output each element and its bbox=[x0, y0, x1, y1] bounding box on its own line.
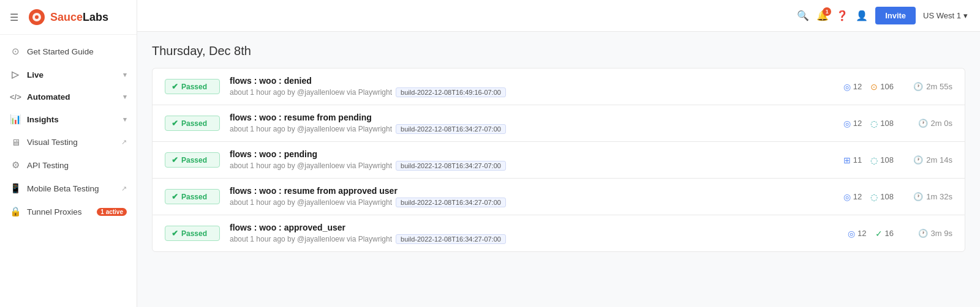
stat-tests: ◌ 108 bbox=[870, 192, 894, 202]
test-name: flows : woo : resume from pending bbox=[230, 113, 834, 122]
sidebar-item-automated[interactable]: </> Automated ▾ bbox=[0, 86, 137, 108]
invite-button[interactable]: Invite bbox=[875, 7, 916, 24]
test-row[interactable]: ✔ Passed flows : woo : approved_user abo… bbox=[152, 215, 965, 252]
sidebar-item-label: Automated bbox=[27, 92, 70, 102]
sidebar-item-get-started[interactable]: ⊙ Get Started Guide bbox=[0, 40, 137, 63]
sidebar-item-label: Insights bbox=[27, 115, 59, 124]
build-tag: build-2022-12-08T16:34:27-07:00 bbox=[396, 161, 506, 171]
sidebar-item-tunnel-proxies[interactable]: 🔒 Tunnel Proxies 1 active bbox=[0, 200, 137, 223]
visual-testing-icon: 🖥 bbox=[10, 137, 21, 147]
browser-count: 12 bbox=[853, 192, 862, 201]
test-name: flows : woo : denied bbox=[230, 76, 834, 86]
saucelabs-logo-icon bbox=[28, 9, 45, 26]
status-badge: ✔ Passed bbox=[165, 79, 220, 94]
main-content: Thursday, Dec 8th ✔ Passed flows : woo :… bbox=[137, 32, 980, 307]
browser-count: 12 bbox=[853, 119, 862, 128]
sidebar-item-insights[interactable]: 📊 Insights ▾ bbox=[0, 108, 137, 131]
test-meta: about 1 hour ago by @jayallenloew via Pl… bbox=[230, 87, 834, 97]
search-icon[interactable]: 🔍 bbox=[797, 10, 809, 21]
duration-value: 2m 0s bbox=[931, 119, 952, 128]
test-time-author: about 1 hour ago by @jayallenloew via Pl… bbox=[230, 88, 392, 97]
stat-browsers: ◎ 12 bbox=[843, 119, 862, 128]
status-badge: ✔ Passed bbox=[165, 189, 220, 204]
test-meta: about 1 hour ago by @jayallenloew via Pl… bbox=[230, 198, 834, 207]
sidebar-item-visual-testing[interactable]: 🖥 Visual Testing ↗ bbox=[0, 131, 137, 154]
test-stats: ◎ 12 ✓ 16 bbox=[848, 229, 894, 239]
test-count: 108 bbox=[880, 192, 894, 201]
browser-icon: ◎ bbox=[843, 192, 851, 202]
test-list: ✔ Passed flows : woo : denied about 1 ho… bbox=[152, 68, 965, 252]
browser-count: 12 bbox=[858, 229, 866, 238]
get-started-icon: ⊙ bbox=[10, 46, 21, 57]
automated-icon: </> bbox=[10, 92, 21, 102]
region-selector[interactable]: US West 1 ▾ bbox=[923, 11, 968, 20]
test-info: flows : woo : pending about 1 hour ago b… bbox=[230, 149, 834, 171]
duration-value: 2m 55s bbox=[926, 82, 952, 91]
stat-tests: ◌ 108 bbox=[870, 155, 894, 165]
test-duration: 🕐 1m 32s bbox=[903, 192, 952, 201]
tunnel-proxies-icon: 🔒 bbox=[10, 206, 21, 217]
sidebar-item-label: Mobile Beta Testing bbox=[27, 184, 99, 193]
test-meta: about 1 hour ago by @jayallenloew via Pl… bbox=[230, 161, 834, 171]
sidebar-item-label: Get Started Guide bbox=[27, 47, 94, 56]
status-badge: ✔ Passed bbox=[165, 226, 220, 241]
status-label: Passed bbox=[181, 83, 207, 91]
sidebar-item-label: Tunnel Proxies bbox=[27, 207, 82, 216]
stat-browsers: ◎ 12 bbox=[843, 82, 862, 92]
help-icon[interactable]: ❓ bbox=[836, 10, 848, 21]
check-icon: ✔ bbox=[172, 119, 178, 128]
test-row[interactable]: ✔ Passed flows : woo : resume from pendi… bbox=[152, 105, 965, 141]
mobile-beta-icon: 📱 bbox=[10, 183, 21, 194]
chevron-down-icon: ▾ bbox=[963, 11, 968, 20]
test-count-icon: ✓ bbox=[875, 229, 883, 239]
region-label: US West 1 bbox=[923, 11, 961, 20]
stat-tests: ⊙ 106 bbox=[870, 82, 894, 92]
sidebar-item-label: API Testing bbox=[27, 161, 69, 170]
test-time-author: about 1 hour ago by @jayallenloew via Pl… bbox=[230, 161, 392, 170]
stat-browsers: ⊞ 11 bbox=[843, 155, 862, 165]
duration-value: 1m 32s bbox=[926, 192, 952, 201]
test-info: flows : woo : denied about 1 hour ago by… bbox=[230, 76, 834, 97]
test-time-author: about 1 hour ago by @jayallenloew via Pl… bbox=[230, 198, 392, 207]
test-duration: 🕐 2m 14s bbox=[903, 155, 952, 165]
test-name: flows : woo : pending bbox=[230, 149, 834, 159]
test-name: flows : woo : resume from approved user bbox=[230, 186, 834, 196]
logo-text: SauceLabs bbox=[50, 11, 108, 24]
sidebar-item-mobile-beta[interactable]: 📱 Mobile Beta Testing ↗ bbox=[0, 177, 137, 200]
browser-count: 12 bbox=[853, 82, 862, 91]
sidebar-item-live[interactable]: ▷ Live ▾ bbox=[0, 63, 137, 86]
notifications-icon[interactable]: 🔔 1 bbox=[816, 10, 829, 21]
hamburger-icon[interactable]: ☰ bbox=[10, 12, 18, 23]
test-count-icon: ◌ bbox=[870, 192, 878, 202]
chevron-down-icon: ▾ bbox=[123, 116, 127, 124]
clock-icon: 🕐 bbox=[913, 192, 923, 201]
status-badge: ✔ Passed bbox=[165, 116, 220, 131]
test-time-author: about 1 hour ago by @jayallenloew via Pl… bbox=[230, 235, 392, 243]
user-icon[interactable]: 👤 bbox=[856, 10, 868, 21]
check-icon: ✔ bbox=[172, 82, 178, 91]
test-duration: 🕐 2m 0s bbox=[903, 119, 952, 128]
check-icon: ✔ bbox=[172, 155, 178, 165]
stat-tests: ✓ 16 bbox=[875, 229, 894, 239]
build-tag: build-2022-12-08T16:34:27-07:00 bbox=[396, 124, 506, 134]
build-tag: build-2022-12-08T16:34:27-07:00 bbox=[396, 198, 506, 207]
sidebar-item-label: Live bbox=[27, 70, 43, 80]
sidebar-logo: ☰ SauceLabs bbox=[0, 0, 137, 35]
stat-tests: ◌ 108 bbox=[870, 119, 894, 128]
test-stats: ◎ 12 ◌ 108 bbox=[843, 119, 894, 128]
browser-count: 11 bbox=[853, 155, 862, 165]
check-icon: ✔ bbox=[172, 192, 178, 201]
sidebar-item-api-testing[interactable]: ⚙ API Testing bbox=[0, 154, 137, 177]
test-row[interactable]: ✔ Passed flows : woo : resume from appro… bbox=[152, 178, 965, 215]
page-date: Thursday, Dec 8th bbox=[152, 44, 965, 58]
test-count: 108 bbox=[880, 119, 894, 128]
check-icon: ✔ bbox=[172, 229, 178, 238]
test-row[interactable]: ✔ Passed flows : woo : denied about 1 ho… bbox=[152, 68, 965, 105]
browser-icon: ◎ bbox=[848, 229, 855, 239]
test-row[interactable]: ✔ Passed flows : woo : pending about 1 h… bbox=[152, 141, 965, 178]
test-stats: ◎ 12 ◌ 108 bbox=[843, 192, 894, 202]
test-time-author: about 1 hour ago by @jayallenloew via Pl… bbox=[230, 125, 392, 133]
test-info: flows : woo : resume from approved user … bbox=[230, 186, 834, 207]
insights-icon: 📊 bbox=[10, 114, 21, 125]
status-badge: ✔ Passed bbox=[165, 152, 220, 168]
